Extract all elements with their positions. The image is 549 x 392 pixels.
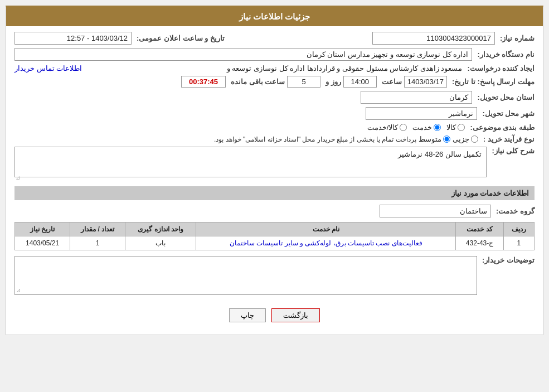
services-table: ردیف کد خدمت نام خدمت واحد اندازه گیری ت… [14, 222, 535, 250]
purchase-jozyi-label: جزیی [453, 135, 469, 143]
col-name: نام خدمت [196, 222, 456, 236]
purchase-jozyi-radio[interactable] [471, 135, 478, 143]
creator-value: مسعود زاهدی کارشناس مسئول حقوقی و قراردا… [84, 64, 462, 72]
deadline-days: 5 [302, 78, 306, 86]
city-label: شهر محل تحویل: [479, 109, 535, 118]
table-row: 1 ج-43-432 فعالیت‌های نصب تاسیسات برق، ل… [15, 236, 535, 250]
description-box: تکمیل سالن 26-48 نرماشیر [14, 147, 487, 177]
category-label: طبقه بندی موضوعی: [467, 123, 535, 132]
category-kala-khedmat-option[interactable]: کالا/خدمت [367, 123, 407, 132]
deadline-date-field: 1403/03/17 [404, 76, 447, 88]
description-label: شرح کلی نیاز: [489, 147, 535, 155]
category-kala-option[interactable]: کالا [446, 123, 465, 132]
category-kala-khedmat-radio[interactable] [400, 124, 407, 131]
purchase-jozyi-option[interactable]: جزیی [453, 135, 478, 143]
buyer-org-label: نام دستگاه خریدار: [474, 50, 535, 59]
category-kala-radio[interactable] [458, 124, 465, 131]
city-field: نرماشیر [366, 107, 477, 120]
purchase-motavasset-radio[interactable] [443, 135, 450, 143]
need-number-field: 1103004323000017 [372, 32, 495, 45]
date-label: تاریخ و ساعت اعلان عمومی: [134, 34, 225, 42]
deadline-time-field: 14:00 [343, 76, 377, 88]
deadline-days-field: 5 [287, 76, 320, 88]
service-group-label: گروه خدمت: [493, 207, 535, 215]
print-button[interactable]: چاپ [229, 308, 266, 322]
page-title: جزئیات اطلاعات نیاز [6, 7, 543, 26]
deadline-remaining-field: 00:37:45 [181, 76, 226, 88]
province-label: استان محل تحویل: [474, 93, 535, 101]
col-date: تاریخ نیاز [15, 222, 70, 236]
category-khedmat-label: خدمت [412, 123, 432, 132]
deadline-time-label: ساعت [379, 78, 402, 86]
purchase-type-label: نوع فرآیند خرید : [480, 135, 535, 143]
services-section-header: اطلاعات خدمات مورد نیاز [14, 186, 535, 200]
city-value: نرماشیر [449, 109, 473, 118]
buyer-org-field: اداره کل نوسازی توسعه و تجهیز مدارس استا… [14, 48, 472, 61]
buttons-row: بازگشت چاپ [14, 304, 535, 329]
cell-code: ج-43-432 [456, 236, 503, 250]
cell-unit: باب [125, 236, 196, 250]
back-button[interactable]: بازگشت [271, 308, 320, 322]
category-khedmat-radio[interactable] [434, 124, 441, 131]
purchase-motavasset-label: متوسط [419, 135, 441, 143]
deadline-time: 14:00 [351, 78, 370, 86]
purchase-note: پرداخت تمام یا بخشی از مبلغ خریدار محل "… [214, 135, 416, 143]
creator-contact-link[interactable]: اطلاعات تماس خریدار [14, 64, 82, 72]
col-unit: واحد اندازه گیری [125, 222, 196, 236]
buyer-notes-label: توضیحات خریدار: [479, 256, 535, 264]
deadline-label: مهلت ارسال پاسخ: تا تاریخ: [449, 78, 535, 86]
col-code: کد خدمت [456, 222, 503, 236]
creator-label: ایجاد کننده درخواست: [464, 64, 535, 72]
col-qty: تعداد / مقدار [70, 222, 125, 236]
province-value: کرمان [449, 93, 468, 101]
buyer-notes-resize-icon: ⊿ [16, 287, 21, 293]
deadline-days-label: روز و [323, 78, 341, 86]
deadline-remaining-label: ساعت باقی مانده [228, 78, 285, 86]
need-number-value: 1103004323000017 [426, 34, 491, 42]
cell-date: 1403/05/21 [15, 236, 70, 250]
col-row: ردیف [503, 222, 534, 236]
cell-row: 1 [503, 236, 534, 250]
cell-service-name: فعالیت‌های نصب تاسیسات برق، لوله‌کشی و س… [196, 236, 456, 250]
date-field: 1403/03/12 - 12:57 [14, 32, 132, 45]
service-group-field: ساختمان [380, 205, 491, 217]
category-khedmat-option[interactable]: خدمت [412, 123, 441, 132]
deadline-date: 1403/03/17 [407, 78, 444, 86]
category-kala-label: کالا [446, 123, 456, 132]
category-kala-khedmat-label: کالا/خدمت [367, 123, 399, 132]
buyer-notes-box: ⊿ [14, 256, 477, 295]
province-field: کرمان [361, 91, 472, 104]
service-group-value: ساختمان [460, 207, 487, 215]
deadline-remaining: 00:37:45 [189, 78, 218, 86]
description-value: تکمیل سالن 26-48 نرماشیر [398, 150, 482, 158]
purchase-motavasset-option[interactable]: متوسط [419, 135, 450, 143]
buyer-org-value: اداره کل نوسازی توسعه و تجهیز مدارس استا… [307, 50, 469, 59]
cell-qty: 1 [70, 236, 125, 250]
need-number-label: شماره نیاز: [497, 34, 535, 42]
date-value: 1403/03/12 - 12:57 [67, 34, 128, 42]
description-resize-icon: ⊿ [16, 175, 20, 181]
